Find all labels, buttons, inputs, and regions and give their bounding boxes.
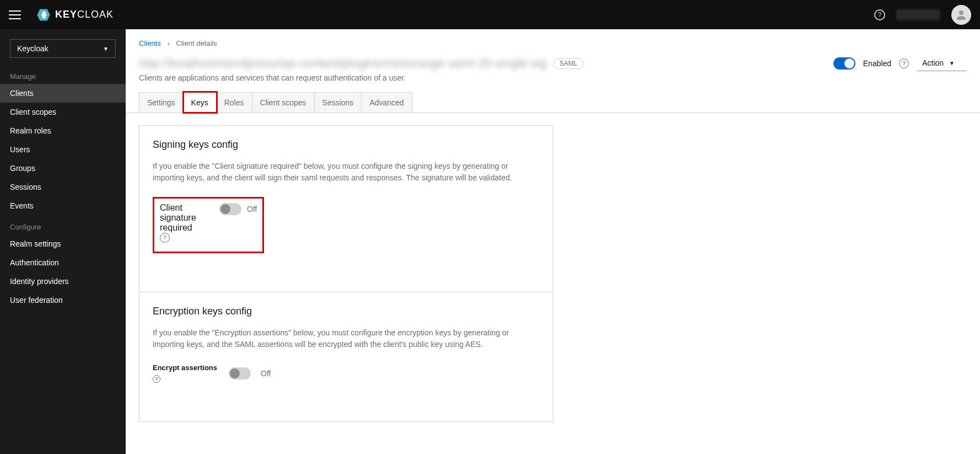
sidebar-heading-manage: Manage xyxy=(0,65,126,84)
sidebar-item-identity-providers[interactable]: Identity providers xyxy=(0,272,126,291)
tab-client-scopes[interactable]: Client scopes xyxy=(252,92,315,113)
caret-down-icon: ▼ xyxy=(103,46,109,52)
caret-down-icon: ▼ xyxy=(949,60,955,66)
menu-toggle-icon[interactable] xyxy=(9,8,22,22)
sidebar-heading-configure: Configure xyxy=(0,215,126,234)
main-content: Clients › Client details http://localhos… xyxy=(126,29,980,454)
svg-point-2 xyxy=(959,10,963,15)
client-description: Clients are applications and services th… xyxy=(126,73,980,92)
client-header: http://localhost/wordpress/wp-content/pl… xyxy=(126,51,980,73)
topbar-right: ? xyxy=(874,5,971,25)
sidebar-item-events[interactable]: Events xyxy=(0,196,126,215)
user-menu[interactable] xyxy=(896,9,940,20)
brand[interactable]: KEYCLOAK xyxy=(36,8,114,22)
enabled-toggle[interactable] xyxy=(833,57,855,70)
sidebar: Keycloak ▼ Manage Clients Client scopes … xyxy=(0,29,126,454)
sidebar-item-realm-settings[interactable]: Realm settings xyxy=(0,234,126,253)
realm-selector[interactable]: Keycloak ▼ xyxy=(10,39,116,58)
protocol-badge: SAML xyxy=(553,58,584,69)
action-dropdown[interactable]: Action ▼ xyxy=(917,55,967,71)
client-signature-required-highlight: Client signature required ? Off xyxy=(153,197,264,253)
tab-settings[interactable]: Settings xyxy=(139,92,184,113)
client-id-blurred: http://localhost/wordpress/wp-content/pl… xyxy=(139,56,547,71)
keys-card: Signing keys config If you enable the "C… xyxy=(139,125,553,422)
encrypt-assertions-label: Encrypt assertions ? xyxy=(153,364,219,383)
sidebar-item-clients[interactable]: Clients xyxy=(0,84,126,103)
encryption-desc: If you enable the "Encryption assertions… xyxy=(153,327,540,350)
sidebar-item-users[interactable]: Users xyxy=(0,140,126,159)
help-icon[interactable]: ? xyxy=(874,9,885,20)
tab-sessions[interactable]: Sessions xyxy=(315,92,362,113)
realm-selector-label: Keycloak xyxy=(17,44,49,53)
breadcrumb: Clients › Client details xyxy=(126,29,980,51)
brand-text: KEYCLOAK xyxy=(55,9,114,20)
signing-title: Signing keys config xyxy=(153,139,540,151)
enabled-label: Enabled xyxy=(863,59,891,68)
sidebar-item-sessions[interactable]: Sessions xyxy=(0,178,126,196)
help-icon[interactable]: ? xyxy=(160,233,170,243)
encrypt-assertions-toggle[interactable] xyxy=(229,367,251,380)
chevron-right-icon: › xyxy=(167,39,169,47)
sidebar-item-client-scopes[interactable]: Client scopes xyxy=(0,103,126,121)
sidebar-item-user-federation[interactable]: User federation xyxy=(0,291,126,309)
breadcrumb-current: Client details xyxy=(176,39,217,47)
encryption-title: Encryption keys config xyxy=(153,306,540,317)
client-signature-required-label: Client signature required ? xyxy=(160,203,209,243)
encrypt-assertions-state: Off xyxy=(261,369,271,378)
action-dropdown-label: Action xyxy=(922,58,944,67)
client-signature-required-toggle[interactable] xyxy=(219,203,241,215)
tab-keys[interactable]: Keys xyxy=(184,92,217,113)
breadcrumb-root[interactable]: Clients xyxy=(139,39,161,47)
sidebar-item-authentication[interactable]: Authentication xyxy=(0,253,126,272)
topbar: KEYCLOAK ? xyxy=(0,0,980,29)
help-icon[interactable]: ? xyxy=(153,375,160,383)
encrypt-assertions-row: Encrypt assertions ? Off xyxy=(153,364,540,383)
tabs: Settings Keys Roles Client scopes Sessio… xyxy=(126,92,980,113)
signing-section: Signing keys config If you enable the "C… xyxy=(139,126,553,292)
tab-advanced[interactable]: Advanced xyxy=(362,92,412,113)
signing-desc: If you enable the "Client signature requ… xyxy=(153,161,540,184)
sidebar-item-realm-roles[interactable]: Realm roles xyxy=(0,121,126,140)
encryption-section: Encryption keys config If you enable the… xyxy=(139,292,553,421)
keycloak-logo-icon xyxy=(36,8,51,22)
sidebar-item-groups[interactable]: Groups xyxy=(0,159,126,178)
avatar[interactable] xyxy=(951,5,971,25)
tab-roles[interactable]: Roles xyxy=(217,92,252,113)
client-signature-required-state: Off xyxy=(247,205,257,213)
help-icon[interactable]: ? xyxy=(899,58,909,68)
